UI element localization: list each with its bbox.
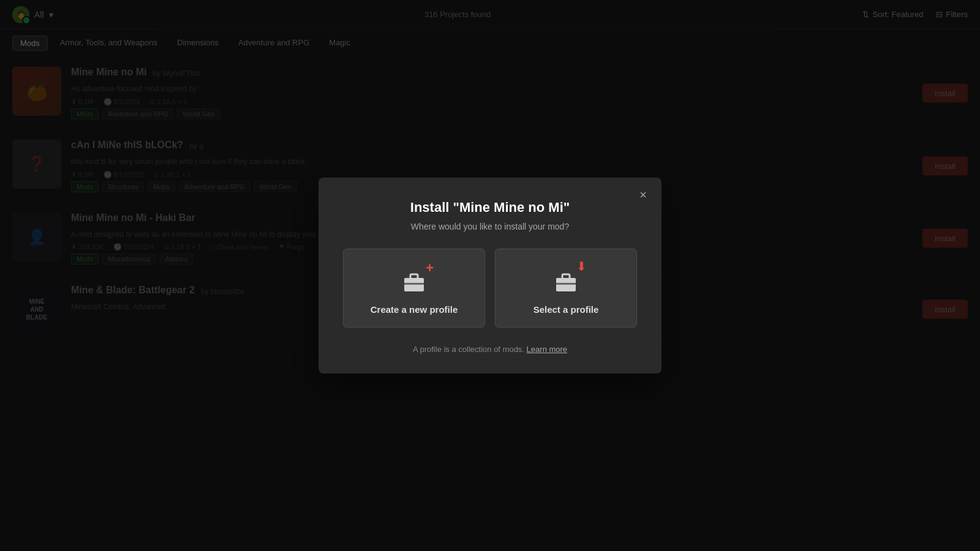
create-profile-label: Create a new profile — [371, 304, 458, 315]
create-profile-option[interactable]: + Create a new profile — [343, 249, 485, 328]
modal-options: + Create a new profile ⬇ — [343, 249, 637, 328]
select-profile-option[interactable]: ⬇ Select a profile — [495, 249, 637, 328]
modal-overlay: × Install "Mine Mine no Mi" Where would … — [0, 0, 980, 551]
create-profile-icon: + — [399, 266, 429, 296]
install-modal: × Install "Mine Mine no Mi" Where would … — [318, 178, 662, 373]
select-profile-icon: ⬇ — [551, 266, 581, 296]
learn-more-link[interactable]: Learn more — [527, 345, 567, 354]
modal-subtitle: Where would you like to install your mod… — [343, 222, 637, 231]
download-icon: ⬇ — [576, 260, 587, 272]
modal-footer: A profile is a collection of mods. Learn… — [343, 345, 637, 354]
svg-rect-1 — [404, 283, 424, 285]
close-button[interactable]: × — [635, 186, 652, 203]
svg-rect-3 — [556, 283, 576, 285]
select-profile-label: Select a profile — [533, 304, 599, 315]
plus-icon: + — [426, 261, 434, 275]
modal-title: Install "Mine Mine no Mi" — [343, 200, 637, 216]
footer-text: A profile is a collection of mods. — [413, 345, 524, 354]
